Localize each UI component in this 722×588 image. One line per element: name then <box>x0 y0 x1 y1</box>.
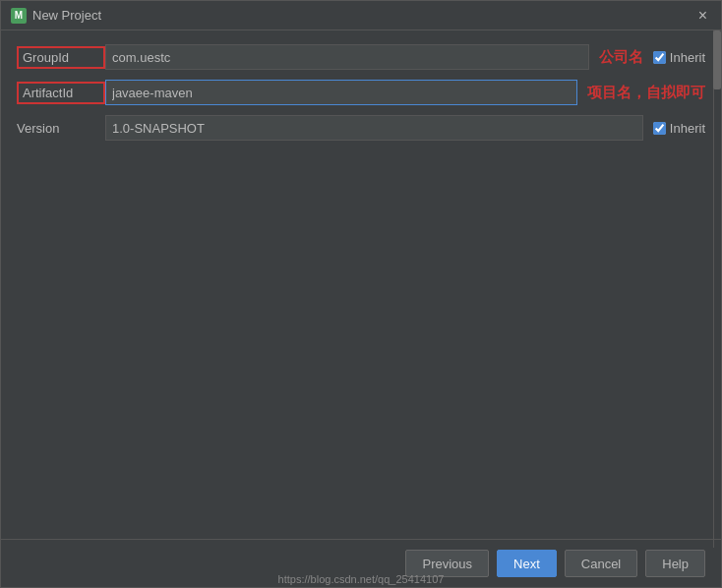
new-project-dialog: M New Project × GroupId 公司名 Inherit Arti… <box>0 0 722 588</box>
footer: Previous Next Cancel Help https://blog.c… <box>1 539 721 587</box>
groupid-inherit-checkbox[interactable] <box>653 51 666 64</box>
groupid-inherit[interactable]: Inherit <box>653 50 705 65</box>
groupid-annotation: 公司名 <box>599 48 643 67</box>
title-bar: M New Project × <box>1 1 721 30</box>
scrollbar[interactable] <box>713 30 721 548</box>
artifactid-label: ArtifactId <box>17 82 105 104</box>
dialog-title: New Project <box>32 8 101 23</box>
content-spacer <box>17 148 705 527</box>
app-icon: M <box>11 8 27 24</box>
groupid-row: GroupId 公司名 Inherit <box>17 42 705 72</box>
groupid-label: GroupId <box>17 46 105 69</box>
groupid-input[interactable] <box>105 44 589 70</box>
version-inherit-label: Inherit <box>670 121 705 136</box>
title-bar-left: M New Project <box>11 8 101 24</box>
app-icon-text: M <box>15 10 23 21</box>
version-input[interactable] <box>105 115 643 141</box>
version-inherit[interactable]: Inherit <box>653 121 705 136</box>
version-row: Version Inherit <box>17 113 705 143</box>
version-inherit-checkbox[interactable] <box>653 122 666 135</box>
artifactid-input[interactable] <box>105 80 577 105</box>
scrollbar-thumb[interactable] <box>713 30 721 89</box>
version-label: Version <box>17 121 105 136</box>
close-button[interactable]: × <box>694 6 711 26</box>
footer-url: https://blog.csdn.net/qq_25414107 <box>1 573 721 587</box>
groupid-inherit-label: Inherit <box>670 50 705 65</box>
artifactid-annotation: 项目名，自拟即可 <box>587 84 705 102</box>
artifactid-row: ArtifactId 项目名，自拟即可 <box>17 78 705 107</box>
form-content: GroupId 公司名 Inherit ArtifactId 项目名，自拟即可 … <box>1 30 721 539</box>
